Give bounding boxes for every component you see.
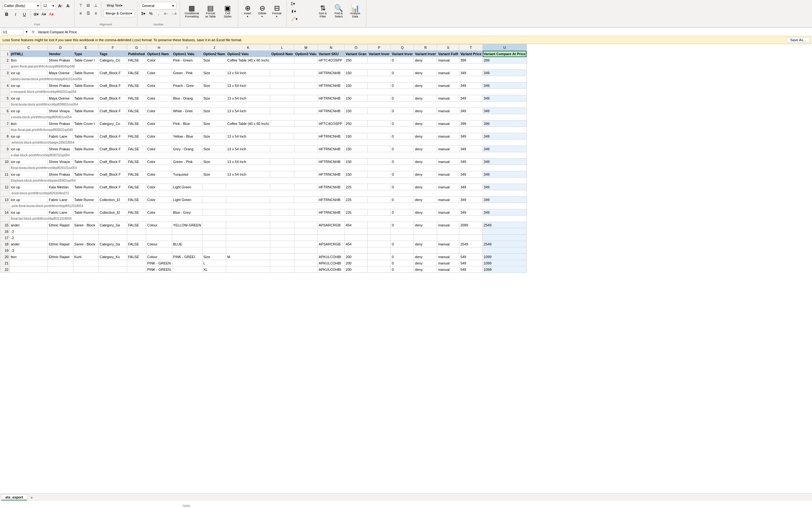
- font-color-button[interactable]: A▾: [48, 11, 55, 18]
- font-family-selector[interactable]: Calibri (Body) ▾: [3, 2, 41, 9]
- field-published[interactable]: Published: [127, 51, 146, 57]
- insert-icon: ⊕: [245, 5, 251, 12]
- wrap-text-button[interactable]: Wrap Text▾: [104, 2, 126, 9]
- field-option3val[interactable]: Option3 Valu: [294, 51, 318, 57]
- fx-label: fx: [30, 30, 37, 34]
- bold-button[interactable]: B: [3, 10, 11, 18]
- font-size-selector[interactable]: 12 ▾: [42, 2, 56, 9]
- table-row: n-morpank-block-printhftrncnhbplfl40201s…: [0, 89, 527, 95]
- italic-button[interactable]: I: [11, 10, 20, 18]
- conditional-formatting-button[interactable]: ▦ Conditional Formatting: [183, 3, 201, 20]
- insert-dropdown-icon: ▾: [247, 15, 248, 18]
- add-sheet-button[interactable]: +: [28, 494, 36, 501]
- align-bottom-button[interactable]: ⊥: [92, 2, 99, 9]
- accounting-format-button[interactable]: $▾: [140, 10, 147, 17]
- col-header-D[interactable]: D: [48, 44, 73, 51]
- autosum-button[interactable]: Σ▾: [289, 0, 315, 7]
- col-header-R[interactable]: R: [414, 44, 437, 51]
- align-right-button[interactable]: ≡: [92, 10, 99, 17]
- cells-group: ⊕ Insert ▾ ⊖ Delete ▾ ⊟ Format ▾: [238, 1, 287, 27]
- borders-button[interactable]: ⊞▾: [33, 11, 40, 18]
- row-header: 1: [0, 51, 10, 57]
- analyse-data-icon: 📊: [351, 5, 359, 12]
- align-left-button[interactable]: ≡: [77, 10, 84, 17]
- field-type[interactable]: Type: [73, 51, 99, 57]
- grid-container[interactable]: C D E F G H I J K L M N O P Q R S T U: [0, 44, 812, 494]
- merge-centre-button[interactable]: Merge & Centre▾: [104, 9, 134, 17]
- table-row: floral-boota-block-printhftrncnhbplfl388…: [0, 101, 527, 108]
- formula-bar: ▼ fx: [0, 28, 812, 36]
- col-header-U[interactable]: U: [483, 44, 527, 51]
- decimal-decrease-button[interactable]: .0←: [163, 10, 170, 17]
- formula-bar-expand[interactable]: ▼: [24, 29, 30, 35]
- grid-table: C D E F G H I J K L M N O P Q R S T U: [0, 44, 527, 273]
- field-compare[interactable]: Variant Compare At Price: [483, 51, 527, 57]
- col-header-E[interactable]: E: [73, 44, 99, 51]
- field-invent1[interactable]: Variant Inver: [368, 51, 391, 57]
- field-option1val[interactable]: Option1 Valu: [172, 51, 202, 57]
- col-header-Q[interactable]: Q: [391, 44, 414, 51]
- table-row: 7 ttonShree PrakasTable Cover ICategory_…: [0, 121, 527, 127]
- align-center-button[interactable]: ☰: [85, 10, 92, 17]
- col-header-O[interactable]: O: [344, 44, 367, 51]
- font-shrink-button[interactable]: A-: [65, 2, 72, 9]
- percent-button[interactable]: %: [148, 10, 155, 17]
- col-header-S[interactable]: S: [437, 44, 459, 51]
- cell-styles-button[interactable]: ▣ Cell Styles: [220, 3, 235, 20]
- table-row: floral-boota-block-printhftrncnhbplfl291…: [0, 165, 527, 171]
- comma-button[interactable]: ,: [155, 10, 162, 17]
- decimal-increase-button[interactable]: →.0: [170, 10, 177, 17]
- col-header-N[interactable]: N: [318, 44, 344, 51]
- fill-button[interactable]: ⬇▾: [289, 8, 315, 15]
- fill-color-button[interactable]: A▾: [40, 11, 47, 18]
- align-top-button[interactable]: ⊤: [77, 2, 84, 9]
- cell-reference-box[interactable]: [1, 29, 24, 35]
- col-header-C[interactable]: C: [10, 44, 48, 51]
- col-header-F[interactable]: F: [99, 44, 127, 51]
- col-header-P[interactable]: P: [368, 44, 391, 51]
- format-dropdown-icon: ▾: [276, 15, 278, 18]
- field-price[interactable]: Variant Price: [459, 51, 483, 57]
- table-row: 5 ice upMaya OverseTable RunneCraft_Bloc…: [0, 95, 527, 101]
- field-option3name[interactable]: Option3 Nam: [270, 51, 294, 57]
- field-option2val[interactable]: Option2 Valu: [226, 51, 270, 57]
- col-header-T[interactable]: T: [459, 44, 483, 51]
- format-as-table-button[interactable]: ▤ Format as Table: [202, 3, 219, 20]
- format-button[interactable]: ⊟ Format ▾: [270, 3, 284, 20]
- field-fulfill[interactable]: Variant Fulfi: [437, 51, 459, 57]
- number-format-selector[interactable]: General ▾: [140, 2, 176, 9]
- sort-filter-button[interactable]: ⇅ Sort & Filter: [315, 3, 330, 20]
- field-tags[interactable]: Tags: [99, 51, 127, 57]
- font-family-dropdown-icon: ▾: [37, 4, 39, 8]
- delete-button[interactable]: ⊖ Delete ▾: [255, 3, 269, 20]
- loss-warning-text: Loss Some features might be lost if you …: [3, 38, 786, 42]
- formula-input[interactable]: [37, 30, 811, 34]
- save-as-button[interactable]: Save As...: [786, 37, 809, 43]
- field-header-row: 1 (HTML) Vendor Type Tags Published Opti…: [0, 51, 527, 57]
- col-header-L[interactable]: L: [270, 44, 294, 51]
- font-grow-button[interactable]: A+: [57, 2, 64, 9]
- field-grams[interactable]: Variant Gran: [344, 51, 367, 57]
- col-header-M[interactable]: M: [294, 44, 318, 51]
- col-header-K[interactable]: K: [226, 44, 270, 51]
- table-row: 10 ice upShree VinayaTable RunneCraft_Bl…: [0, 159, 527, 165]
- analyse-data-button[interactable]: 📊 Analyse Data: [347, 3, 364, 20]
- field-option2name[interactable]: Option2 Nam: [202, 51, 226, 57]
- sheet-tab-ets-export[interactable]: ets_export: [1, 494, 27, 500]
- col-header-J[interactable]: J: [202, 44, 226, 51]
- clear-button[interactable]: 🧹▾: [289, 15, 315, 23]
- field-invent2[interactable]: Variant Inver: [391, 51, 414, 57]
- col-header-I[interactable]: I: [172, 44, 202, 51]
- align-middle-button[interactable]: ⊟: [85, 2, 92, 9]
- insert-button[interactable]: ⊕ Insert ▾: [241, 3, 255, 20]
- field-html[interactable]: (HTML): [10, 51, 48, 57]
- find-select-button[interactable]: 🔍 Find & Select: [331, 3, 347, 20]
- table-row: green-floral-jaal-printhftc4cossplfl0060…: [0, 64, 527, 70]
- field-vendor[interactable]: Vendor: [48, 51, 73, 57]
- col-header-H[interactable]: H: [146, 44, 172, 51]
- col-header-G[interactable]: G: [127, 44, 146, 51]
- underline-button[interactable]: U: [20, 10, 29, 18]
- field-sku[interactable]: Variant SKU: [318, 51, 344, 57]
- field-option1name[interactable]: Option1 Nam: [146, 51, 172, 57]
- field-invent3[interactable]: Variant Inver: [414, 51, 437, 57]
